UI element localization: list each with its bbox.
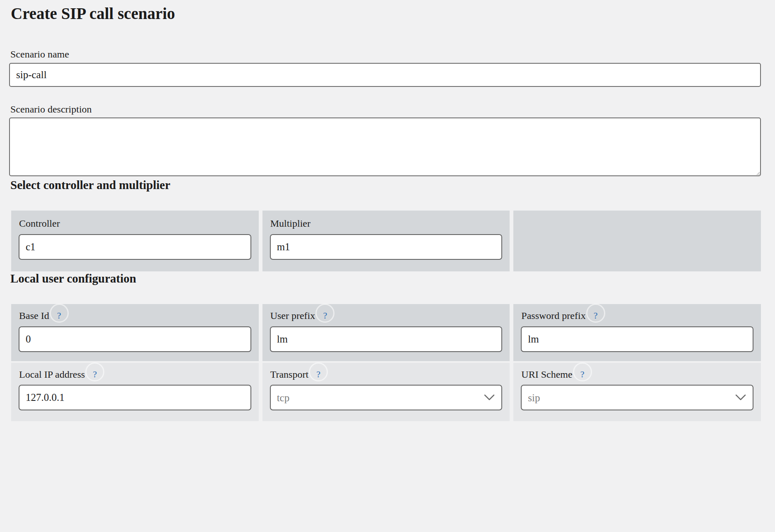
uri-scheme-label: URI Scheme — [521, 369, 572, 381]
controller-label: Controller — [19, 218, 60, 230]
local-user-section-heading: Local user configuration — [10, 271, 761, 286]
controller-panel: Controller — [11, 211, 259, 271]
transport-panel: Transport? tcp — [262, 363, 510, 422]
controller-input[interactable] — [19, 234, 251, 260]
transport-help-icon[interactable]: ? — [315, 369, 322, 380]
multiplier-panel: Multiplier — [262, 211, 510, 271]
uri-scheme-select-wrap: sip — [521, 385, 753, 410]
scenario-description-field: Scenario description — [9, 103, 761, 178]
local-ip-input[interactable] — [19, 385, 251, 410]
multiplier-label: Multiplier — [270, 218, 310, 230]
local-ip-label: Local IP address — [19, 369, 85, 381]
password-prefix-help-icon[interactable]: ? — [592, 310, 599, 321]
password-prefix-panel: Password prefix? — [513, 304, 761, 361]
user-prefix-panel: User prefix? — [262, 304, 510, 361]
empty-panel — [513, 211, 761, 271]
page-title: Create SIP call scenario — [11, 4, 761, 24]
scenario-description-label: Scenario description — [10, 103, 761, 115]
transport-select[interactable]: tcp — [270, 385, 503, 410]
password-prefix-input[interactable] — [521, 326, 753, 352]
base-id-panel: Base Id? — [11, 304, 259, 361]
uri-scheme-panel: URI Scheme? sip — [513, 363, 761, 422]
local-ip-help-icon[interactable]: ? — [91, 369, 98, 380]
scenario-name-field: Scenario name — [9, 48, 761, 87]
local-ip-panel: Local IP address? — [11, 363, 259, 422]
transport-label: Transport — [270, 369, 308, 381]
user-prefix-help-icon[interactable]: ? — [322, 310, 328, 321]
scenario-description-textarea[interactable] — [9, 117, 761, 176]
controller-grid: Controller Multiplier — [11, 211, 761, 271]
user-prefix-label: User prefix — [270, 310, 315, 322]
uri-scheme-select[interactable]: sip — [521, 385, 753, 410]
transport-select-wrap: tcp — [270, 385, 503, 410]
base-id-label: Base Id — [19, 310, 49, 322]
base-id-help-icon[interactable]: ? — [56, 310, 63, 321]
controller-section-heading: Select controller and multiplier — [10, 178, 761, 192]
uri-scheme-help-icon[interactable]: ? — [579, 369, 586, 380]
create-scenario-form: Create SIP call scenario Scenario name S… — [0, 0, 775, 434]
password-prefix-label: Password prefix — [521, 310, 585, 322]
local-user-grid: Base Id? User prefix? Password prefix? L… — [11, 304, 761, 422]
scenario-name-input[interactable] — [9, 63, 761, 87]
scenario-name-label: Scenario name — [10, 48, 761, 60]
base-id-input[interactable] — [19, 326, 251, 352]
user-prefix-input[interactable] — [270, 326, 503, 352]
multiplier-input[interactable] — [270, 234, 503, 260]
